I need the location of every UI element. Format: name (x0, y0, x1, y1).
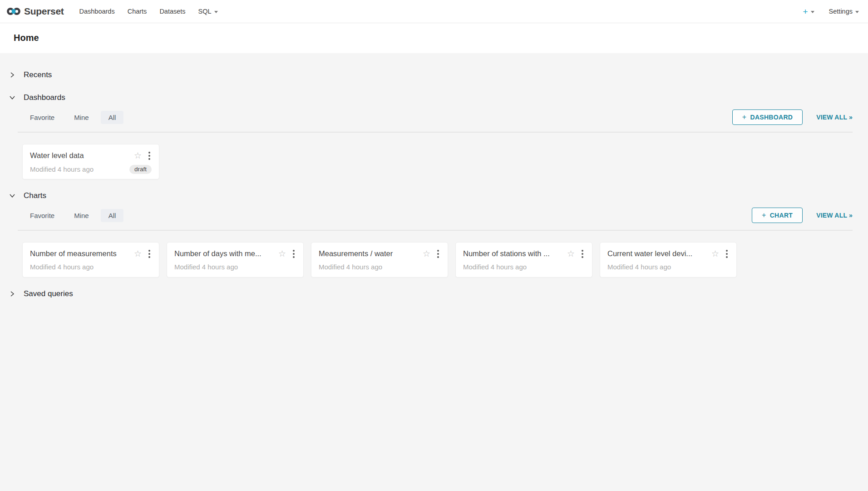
tab-all[interactable]: All (101, 209, 124, 222)
card-modified-text: Modified 4 hours ago (463, 263, 585, 271)
saved-queries-section-toggle[interactable]: Saved queries (7, 284, 853, 304)
tab-mine[interactable]: Mine (66, 111, 97, 124)
card-title[interactable]: Measurements / water (319, 249, 419, 258)
nav-item-sql-label: SQL (198, 8, 212, 15)
dashboards-view-all-link[interactable]: VIEW ALL » (816, 114, 853, 121)
section-label: Saved queries (24, 289, 73, 298)
dashboards-section-body: Favorite Mine All + DASHBOARD VIEW ALL » (7, 109, 853, 179)
card-modified-text: Modified 4 hours ago (174, 263, 296, 271)
favorite-star-icon[interactable]: ☆ (567, 249, 575, 258)
section-label: Recents (24, 70, 52, 79)
kebab-menu-icon[interactable] (580, 248, 585, 259)
caret-down-icon (811, 11, 814, 13)
section-saved-queries: Saved queries (7, 284, 853, 304)
favorite-star-icon[interactable]: ☆ (134, 151, 142, 160)
draft-badge: draft (129, 165, 152, 174)
home-content: Recents Dashboards Favorite Mine All + D… (0, 53, 868, 491)
page-title: Home (14, 33, 854, 43)
tab-mine[interactable]: Mine (66, 209, 97, 222)
section-label: Charts (24, 191, 46, 200)
top-navbar: Superset Dashboards Charts Datasets SQL … (0, 0, 868, 23)
favorite-star-icon[interactable]: ☆ (278, 249, 286, 258)
chart-card-list: Number of measurements ☆ Modified 4 hour… (22, 242, 853, 278)
chart-card[interactable]: Number of measurements ☆ Modified 4 hour… (22, 242, 159, 278)
dashboard-card-list: Water level data ☆ Modified 4 hours ago … (22, 144, 853, 179)
kebab-menu-icon[interactable] (291, 248, 296, 259)
charts-tabs: Favorite Mine All (22, 209, 128, 222)
divider (18, 230, 853, 231)
caret-down-icon (855, 11, 859, 13)
chart-card[interactable]: Measurements / water ☆ Modified 4 hours … (311, 242, 448, 278)
chevron-right-icon (8, 289, 17, 298)
plus-icon: + (742, 113, 747, 121)
chart-card[interactable]: Number of days with me... ☆ Modified 4 h… (167, 242, 304, 278)
settings-label: Settings (829, 8, 853, 15)
superset-infinity-logo-icon (6, 6, 21, 16)
chevron-right-icon (8, 70, 17, 79)
favorite-star-icon[interactable]: ☆ (423, 249, 430, 258)
charts-section-toggle[interactable]: Charts (7, 186, 853, 206)
nav-item-dashboards[interactable]: Dashboards (73, 0, 121, 23)
charts-view-all-link[interactable]: VIEW ALL » (816, 212, 853, 219)
dashboards-section-toggle[interactable]: Dashboards (7, 88, 853, 108)
kebab-menu-icon[interactable] (147, 150, 152, 161)
card-title[interactable]: Number of days with me... (174, 249, 275, 258)
card-modified-text: Modified 4 hours ago (319, 263, 440, 271)
card-modified-text: Modified 4 hours ago (607, 263, 729, 271)
tab-all[interactable]: All (101, 111, 124, 124)
recents-section-toggle[interactable]: Recents (7, 65, 853, 85)
tab-favorite[interactable]: Favorite (22, 209, 62, 222)
new-dashboard-button[interactable]: + DASHBOARD (732, 109, 803, 125)
card-title[interactable]: Water level data (30, 151, 130, 160)
new-chart-button[interactable]: + CHART (752, 208, 803, 223)
page-header: Home (0, 23, 868, 53)
caret-down-icon (214, 11, 218, 13)
kebab-menu-icon[interactable] (436, 248, 440, 259)
nav-links: Dashboards Charts Datasets SQL (73, 0, 224, 23)
new-item-dropdown[interactable]: + (798, 7, 819, 16)
nav-item-datasets[interactable]: Datasets (153, 0, 192, 23)
new-chart-button-label: CHART (770, 212, 793, 219)
chart-card[interactable]: Number of stations with ... ☆ Modified 4… (455, 242, 592, 278)
nav-item-charts[interactable]: Charts (121, 0, 153, 23)
divider (18, 132, 853, 133)
plus-icon: + (762, 211, 766, 219)
section-charts: Charts Favorite Mine All + CHART VIEW AL… (7, 186, 853, 278)
card-title[interactable]: Current water level devi... (607, 249, 708, 258)
charts-tabbar: Favorite Mine All + CHART VIEW ALL » (17, 208, 853, 223)
new-dashboard-button-label: DASHBOARD (750, 114, 793, 121)
charts-section-body: Favorite Mine All + CHART VIEW ALL » Num… (7, 208, 853, 278)
superset-brand[interactable]: Superset (6, 6, 64, 17)
card-title[interactable]: Number of measurements (30, 249, 130, 258)
nav-item-sql[interactable]: SQL (192, 0, 224, 23)
kebab-menu-icon[interactable] (725, 248, 729, 259)
dashboards-tabs: Favorite Mine All (22, 111, 128, 124)
card-title[interactable]: Number of stations with ... (463, 249, 563, 258)
dashboards-tabbar: Favorite Mine All + DASHBOARD VIEW ALL » (17, 109, 853, 125)
card-modified-text: Modified 4 hours ago (30, 263, 152, 271)
settings-dropdown[interactable]: Settings (819, 8, 862, 15)
brand-name: Superset (24, 6, 64, 17)
section-dashboards: Dashboards Favorite Mine All + DASHBOARD… (7, 88, 853, 179)
plus-icon: + (803, 7, 808, 16)
kebab-menu-icon[interactable] (147, 248, 152, 259)
chevron-down-icon (8, 191, 17, 200)
tab-favorite[interactable]: Favorite (22, 111, 62, 124)
chart-card[interactable]: Current water level devi... ☆ Modified 4… (600, 242, 737, 278)
chevron-down-icon (8, 93, 17, 102)
card-modified-text: Modified 4 hours ago (30, 165, 129, 173)
section-label: Dashboards (24, 93, 65, 102)
dashboard-card[interactable]: Water level data ☆ Modified 4 hours ago … (22, 144, 159, 179)
favorite-star-icon[interactable]: ☆ (134, 249, 142, 258)
favorite-star-icon[interactable]: ☆ (711, 249, 719, 258)
section-recents: Recents (7, 65, 853, 85)
